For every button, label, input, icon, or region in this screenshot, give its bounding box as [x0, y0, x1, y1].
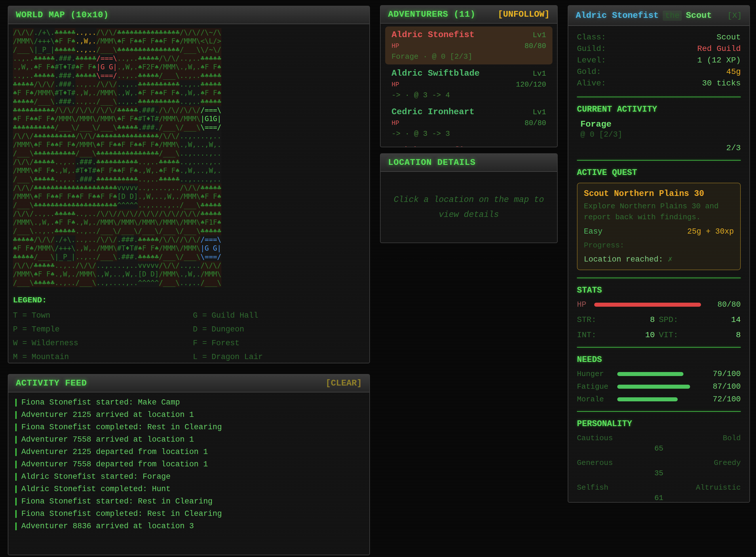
map-cell-1-2[interactable]: .###. #T♦T# .###.	[55, 54, 76, 80]
map-cell-3-0[interactable]: ♣♠♣♠♣ ♠F F♠ ♣♠♣♠♣	[13, 106, 34, 132]
map-cell-0-3[interactable]: ..,.. .,W,. ..,..	[76, 28, 96, 54]
map-cell-1-8[interactable]: ..,.. .,W,. ..,..	[180, 54, 200, 80]
map-cell-2-0[interactable]: ♣♠♣♠♣ ♠F F♠ ♣♠♣♠♣	[13, 80, 34, 106]
map-cell-1-0[interactable]: ..,.. .,W,. ..,..	[13, 54, 34, 80]
map-cell-9-2[interactable]: ..,.. .,W,. ..,..	[55, 261, 76, 287]
map-cell-8-6[interactable]: ♣♠♣♠♣ ♠F F♠ ♣♠♣♠♣	[138, 235, 159, 261]
map-cell-6-0[interactable]: /\/\/ /MMM\ /___\	[13, 183, 34, 209]
map-cell-2-3[interactable]: ..,.. .,W,. ..,..	[76, 80, 96, 106]
world-map-grid[interactable]: /\/\/ /MMM\ /___\./+\. /+++\ |_P_|♣♠♣♠♣ …	[13, 28, 221, 287]
map-cell-8-2[interactable]: ./+\. /+++\ |_P_|	[55, 235, 76, 261]
map-cell-7-0[interactable]: /\/\/ /MMM\ /___\	[13, 209, 34, 235]
map-cell-6-2[interactable]: ♣♠♣♠♣ ♠F F♠ ♣♠♣♠♣	[55, 183, 76, 209]
map-cell-3-1[interactable]: ♣♠♣♠♣ ♠F F♠ ♣♠♣♠♣	[34, 106, 54, 132]
map-cell-3-8[interactable]: /\/\/ /MMM\ /___\	[180, 106, 200, 132]
map-cell-8-3[interactable]: ..,.. .,W,. ..,..	[76, 235, 96, 261]
map-cell-5-6[interactable]: ..,.. .,W,. ..,..	[138, 158, 159, 183]
map-cell-2-9[interactable]: ♣♠♣♠♣ ♠F F♠ ♣♠♣♠♣	[201, 80, 221, 106]
map-cell-4-3[interactable]: /\/\/ /MMM\ /___\	[76, 132, 96, 158]
map-cell-4-6[interactable]: ♣♠♣♠♣ ♠F F♠ ♣♠♣♠♣	[138, 132, 159, 158]
adventurer-card[interactable]: Aldric SwiftbladeLv1HP120/120-> · @ 3 ->…	[385, 65, 553, 103]
map-cell-8-1[interactable]: /\/\/ /MMM\ /___\	[34, 235, 54, 261]
map-cell-0-4[interactable]: /\/\/ /MMM\ /___\	[96, 28, 117, 54]
map-cell-7-3[interactable]: ..,.. .,W,. ..,..	[76, 209, 96, 235]
map-cell-6-4[interactable]: ♣♠♣♠♣ ♠F F♠ ♣♠♣♠♣	[96, 183, 117, 209]
map-cell-9-1[interactable]: ♣♠♣♠♣ ♠F F♠ ♣♠♣♠♣	[34, 261, 54, 287]
map-cell-4-2[interactable]: ♣♠♣♠♣ ♠F F♠ ♣♠♣♠♣	[55, 132, 76, 158]
adventurer-card[interactable]: Cedric StonefistLv1	[385, 142, 553, 147]
map-cell-5-9[interactable]: ..,.. .,W,. ..,..	[201, 158, 221, 183]
map-cell-4-9[interactable]: ..,.. .,W,. ..,..	[201, 132, 221, 158]
map-cell-0-9[interactable]: /\~/\ <\L/> \/~\/	[201, 28, 221, 54]
map-cell-0-7[interactable]: ♣♠♣♠♣ ♠F F♠ ♣♠♣♠♣	[159, 28, 180, 54]
map-cell-2-1[interactable]: /\/\/ /MMM\ /___\	[34, 80, 54, 106]
adventurer-card[interactable]: Aldric StonefistLv1HP80/80Forage · @ 0 […	[385, 27, 553, 64]
map-cell-5-0[interactable]: /\/\/ /MMM\ /___\	[13, 158, 34, 183]
map-cell-9-5[interactable]: ..,.. .,W,. ..,..	[117, 261, 138, 287]
map-cell-6-6[interactable]: ..,.. .,W,. ..,..	[138, 183, 159, 209]
map-cell-7-9[interactable]: ♣♠♣♠♣ ♠F1F♠ ♣♠♣♠♣	[201, 209, 221, 235]
clear-feed-button[interactable]: [CLEAR]	[326, 378, 362, 388]
map-cell-6-5[interactable]: vvvvv [D D] ^^^^^	[117, 183, 138, 209]
unfollow-button[interactable]: [UNFOLLOW]	[498, 9, 550, 19]
map-cell-2-6[interactable]: ♣♠♣♠♣ ♠F F♠ ♣♠♣♠♣	[138, 80, 159, 106]
map-cell-1-7[interactable]: /\/\/ /MMM\ /___\	[159, 54, 180, 80]
map-cell-5-1[interactable]: ♣♠♣♠♣ ♠F F♠ ♣♠♣♠♣	[34, 158, 54, 183]
map-cell-9-6[interactable]: vvvvv [D D] ^^^^^	[138, 261, 159, 287]
map-cell-9-0[interactable]: /\/\/ /MMM\ /___\	[13, 261, 34, 287]
map-cell-7-6[interactable]: /\/\/ /MMM\ /___\	[138, 209, 159, 235]
map-cell-4-7[interactable]: /\/\/ /MMM\ /___\	[159, 132, 180, 158]
map-cell-1-5[interactable]: ..,.. .,W,. ..,..	[117, 54, 138, 80]
map-cell-5-5[interactable]: ♣♠♣♠♣ ♠F F♠ ♣♠♣♠♣	[117, 158, 138, 183]
map-cell-0-0[interactable]: /\/\/ /MMM\ /___\	[13, 28, 34, 54]
map-cell-4-1[interactable]: ♣♠♣♠♣ ♠F F♠ ♣♠♣♠♣	[34, 132, 54, 158]
map-cell-3-7[interactable]: /\/\/ /MMM\ /___\	[159, 106, 180, 132]
map-cell-7-8[interactable]: /\/\/ /MMM\ /___\	[180, 209, 200, 235]
map-cell-7-7[interactable]: /\/\/ /MMM\ /___\	[159, 209, 180, 235]
map-cell-8-5[interactable]: .###. #T♦T# .###.	[117, 235, 138, 261]
map-cell-0-8[interactable]: /\/\/ /MMM\ /___\	[180, 28, 200, 54]
map-cell-8-4[interactable]: /\/\/ /MMM\ /___\	[96, 235, 117, 261]
map-cell-5-4[interactable]: ♣♠♣♠♣ ♠F F♠ ♣♠♣♠♣	[96, 158, 117, 183]
map-cell-2-5[interactable]: ..,.. .,W,. ..,..	[117, 80, 138, 106]
map-cell-2-7[interactable]: ♣♠♣♠♣ ♠F F♠ ♣♠♣♠♣	[159, 80, 180, 106]
map-cell-8-0[interactable]: ♣♠♣♠♣ ♠F F♠ ♣♠♣♠♣	[13, 235, 34, 261]
adventurer-card[interactable]: Cedric IronheartLv1HP80/80-> · @ 3 -> 3	[385, 104, 553, 142]
map-cell-9-4[interactable]: ..,.. .,W,. ..,..	[96, 261, 117, 287]
map-cell-2-8[interactable]: ..,.. .,W,. ..,..	[180, 80, 200, 106]
map-cell-0-1[interactable]: ./+\. /+++\ |_P_|	[34, 28, 54, 54]
map-cell-5-7[interactable]: ♣♠♣♠♣ ♠F F♠ ♣♠♣♠♣	[159, 158, 180, 183]
map-cell-9-8[interactable]: ..,.. .,W,. ..,..	[180, 261, 200, 287]
map-cell-6-7[interactable]: ..,.. .,W,. ..,..	[159, 183, 180, 209]
map-cell-4-8[interactable]: ..,.. .,W,. ..,..	[180, 132, 200, 158]
map-cell-6-9[interactable]: ♣♠♣♠♣ ♠F F♠ ♣♠♣♠♣	[201, 183, 221, 209]
map-cell-4-5[interactable]: ♣♠♣♠♣ ♠F F♠ ♣♠♣♠♣	[117, 132, 138, 158]
map-cell-1-1[interactable]: ♣♠♣♠♣ ♠F F♠ ♣♠♣♠♣	[34, 54, 54, 80]
map-cell-1-9[interactable]: ♣♠♣♠♣ ♠F F♠ ♣♠♣♠♣	[201, 54, 221, 80]
quest-card[interactable]: Scout Northern Plains 30 Explore Norther…	[577, 183, 741, 270]
map-cell-6-8[interactable]: /\/\/ /MMM\ /___\	[180, 183, 200, 209]
map-cell-3-5[interactable]: ♣♠♣♠♣ ♠F F♠ ♣♠♣♠♣	[117, 106, 138, 132]
map-cell-5-8[interactable]: ..,.. .,W,. ..,..	[180, 158, 200, 183]
map-cell-5-2[interactable]: ..,.. .,W,. ..,..	[55, 158, 76, 183]
map-cell-1-6[interactable]: ♣♠♣♠♣ ♠F2F♠ ♣♠♣♠♣	[138, 54, 159, 80]
map-cell-8-8[interactable]: /\/\/ /MMM\ /___\	[180, 235, 200, 261]
map-cell-9-9[interactable]: /\/\/ /MMM\ /___\	[201, 261, 221, 287]
map-cell-1-3[interactable]: ♣♠♣♠♣ ♠F F♠ ♣♠♣♠♣	[76, 54, 96, 80]
map-cell-6-1[interactable]: ♣♠♣♠♣ ♠F F♠ ♣♠♣♠♣	[34, 183, 54, 209]
map-cell-3-9[interactable]: /===\ |G1G| \===/	[201, 106, 221, 132]
map-cell-2-4[interactable]: /\/\/ /MMM\ /___\	[96, 80, 117, 106]
map-cell-6-3[interactable]: ♣♠♣♠♣ ♠F F♠ ♣♠♣♠♣	[76, 183, 96, 209]
map-cell-8-7[interactable]: /\/\/ /MMM\ /___\	[159, 235, 180, 261]
map-cell-3-2[interactable]: /\/\/ /MMM\ /___\	[55, 106, 76, 132]
map-cell-0-6[interactable]: ♣♠♣♠♣ ♠F F♠ ♣♠♣♠♣	[138, 28, 159, 54]
map-cell-1-4[interactable]: /===\ |G G| \===/	[96, 54, 117, 80]
close-character-button[interactable]: [X]	[728, 11, 742, 20]
map-cell-5-3[interactable]: .###. #T♦T# .###.	[76, 158, 96, 183]
map-cell-7-1[interactable]: ..,.. .,W,. ..,..	[34, 209, 54, 235]
map-cell-2-2[interactable]: .###. #T♦T# .###.	[55, 80, 76, 106]
map-cell-7-5[interactable]: /\/\/ /MMM\ /___\	[117, 209, 138, 235]
map-cell-0-2[interactable]: ♣♠♣♠♣ ♠F F♠ ♣♠♣♠♣	[55, 28, 76, 54]
map-cell-8-9[interactable]: /===\ |G G| \===/	[201, 235, 221, 261]
map-cell-7-4[interactable]: /\/\/ /MMM\ /___\	[96, 209, 117, 235]
